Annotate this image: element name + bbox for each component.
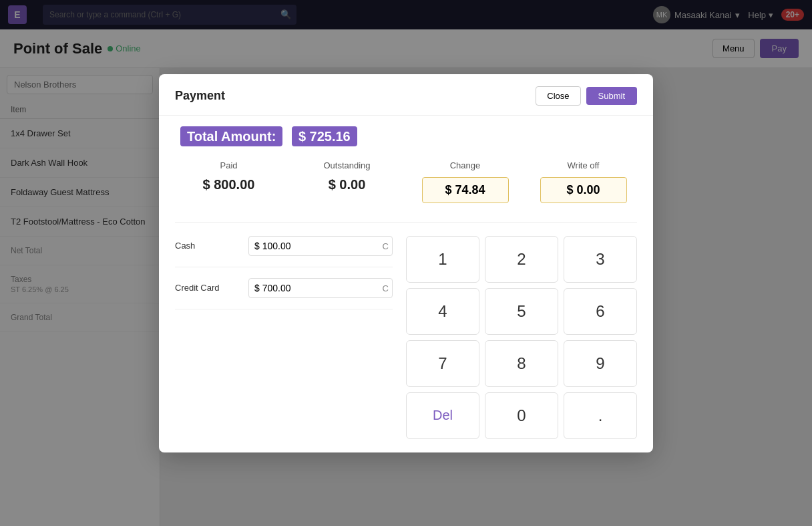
total-label: Total Amount:	[180, 126, 282, 146]
numpad-7[interactable]: 7	[406, 340, 479, 387]
modal-title: Payment	[175, 89, 536, 103]
credit-card-input-wrap: C	[248, 278, 393, 298]
cash-method-row: Cash C	[175, 236, 393, 267]
payment-methods-section: Cash C Credit Card C	[175, 236, 637, 439]
numpad-4[interactable]: 4	[406, 288, 479, 335]
numpad-2[interactable]: 2	[485, 236, 558, 283]
methods-col: Cash C Credit Card C	[175, 236, 406, 439]
cash-input[interactable]	[248, 236, 393, 256]
cash-input-wrap: C	[248, 236, 393, 256]
numpad-1[interactable]: 1	[406, 236, 479, 283]
paid-col: Paid $ 800.00	[175, 160, 282, 203]
modal-header: Payment Close Submit	[159, 74, 653, 116]
numpad-8[interactable]: 8	[485, 340, 558, 387]
numpad-6[interactable]: 6	[564, 288, 637, 335]
credit-card-method-row: Credit Card C	[175, 278, 393, 309]
numpad-0[interactable]: 0	[485, 392, 558, 439]
change-col: Change	[411, 160, 519, 203]
outstanding-value: $ 0.00	[329, 177, 366, 192]
numpad-5[interactable]: 5	[485, 288, 558, 335]
total-amount-row: Total Amount: $ 725.16	[175, 129, 637, 144]
credit-card-label: Credit Card	[175, 283, 242, 293]
change-label: Change	[450, 160, 481, 170]
numpad: 1 2 3 4 5 6 7 8 9 Del 0 .	[406, 236, 637, 439]
paid-label: Paid	[220, 160, 237, 170]
close-button[interactable]: Close	[536, 86, 580, 106]
modal-body: Total Amount: $ 725.16 Paid $ 800.00 Out…	[159, 116, 653, 452]
credit-card-input[interactable]	[248, 278, 393, 298]
writeoff-input[interactable]	[540, 177, 627, 203]
cash-clear-button[interactable]: C	[383, 241, 389, 251]
total-value: $ 725.16	[292, 126, 357, 146]
submit-button[interactable]: Submit	[586, 87, 637, 105]
change-input[interactable]	[422, 177, 509, 203]
numpad-del[interactable]: Del	[406, 392, 479, 439]
writeoff-label: Write off	[568, 160, 600, 170]
modal-overlay: Payment Close Submit Total Amount: $ 725…	[0, 0, 812, 526]
numpad-3[interactable]: 3	[564, 236, 637, 283]
paid-value: $ 800.00	[203, 177, 255, 192]
outstanding-col: Outstanding $ 0.00	[293, 160, 401, 203]
divider	[175, 222, 637, 223]
credit-card-clear-button[interactable]: C	[383, 283, 389, 293]
numpad-9[interactable]: 9	[564, 340, 637, 387]
outstanding-label: Outstanding	[323, 160, 370, 170]
payment-modal: Payment Close Submit Total Amount: $ 725…	[159, 74, 653, 452]
writeoff-col: Write off	[530, 160, 637, 203]
payment-summary: Paid $ 800.00 Outstanding $ 0.00 Change …	[175, 160, 637, 203]
cash-label: Cash	[175, 241, 242, 251]
numpad-dot[interactable]: .	[564, 392, 637, 439]
